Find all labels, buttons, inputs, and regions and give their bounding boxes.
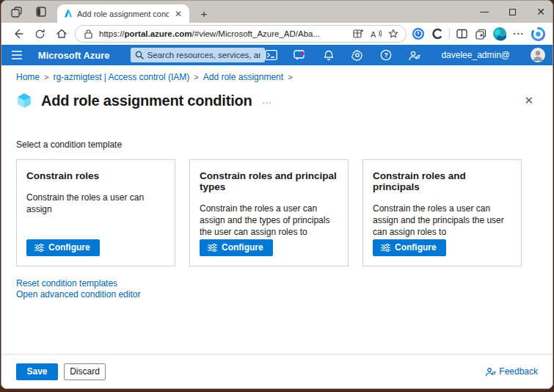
breadcrumb: Home>rg-azmigtest | Access control (IAM)… — [1, 65, 553, 82]
feedback-icon[interactable] — [408, 49, 420, 62]
azure-search-box[interactable] — [131, 48, 266, 62]
browser-tab[interactable]: Add role assignment condition - ✕ — [57, 4, 189, 23]
card-description: Constrain the roles a user can assign an… — [373, 203, 511, 239]
cube-icon — [15, 91, 34, 110]
extension-icon[interactable] — [430, 26, 445, 41]
configure-sliders-icon — [381, 244, 390, 252]
section-label: Select a condition template — [1, 110, 553, 150]
feedback-label: Feedback — [499, 366, 538, 377]
ellipsis-icon[interactable]: ... — [263, 95, 272, 106]
card-description: Constrain the roles a user can assign an… — [200, 203, 338, 239]
save-button[interactable]: Save — [16, 363, 58, 380]
home-icon[interactable] — [53, 25, 70, 43]
breadcrumb-resource[interactable]: rg-azmigtest | Access control (IAM) — [53, 72, 189, 82]
close-pane-icon[interactable]: ✕ — [520, 92, 538, 109]
hamburger-menu-icon[interactable] — [9, 51, 25, 59]
browser-toolbar: https://portal.azure.com/#view/Microsoft… — [1, 23, 553, 45]
configure-sliders-icon — [208, 244, 217, 252]
copilot-chat-icon[interactable] — [294, 49, 306, 62]
address-bar[interactable]: https://portal.azure.com/#view/Microsoft… — [75, 25, 407, 43]
breadcrumb-add-role-assignment[interactable]: Add role assignment — [203, 72, 283, 82]
read-aloud-icon[interactable]: A — [369, 28, 382, 40]
card-title: Constrain roles and principals — [373, 170, 511, 192]
window-close-button[interactable]: ✕ — [536, 6, 545, 18]
toolbar-divider — [449, 29, 450, 39]
workspaces-icon[interactable] — [10, 6, 22, 18]
search-icon — [135, 51, 144, 59]
settings-gear-icon[interactable] — [351, 49, 363, 62]
svg-text:A: A — [371, 30, 376, 39]
configure-button-label: Configure — [222, 242, 263, 253]
tab-actions-icon[interactable] — [35, 6, 47, 18]
maximize-button[interactable] — [509, 9, 516, 15]
feedback-person-icon — [485, 367, 496, 377]
split-screen-icon[interactable] — [454, 26, 469, 41]
feedback-link[interactable]: Feedback — [485, 366, 538, 377]
lock-icon[interactable] — [81, 28, 95, 40]
help-icon[interactable]: ? — [379, 49, 392, 62]
install-app-icon[interactable] — [351, 28, 365, 40]
favorite-star-icon[interactable] — [387, 28, 400, 40]
cloud-shell-icon[interactable] — [265, 49, 277, 62]
new-tab-button[interactable]: + — [197, 7, 211, 20]
more-options-icon[interactable]: ··· — [511, 26, 526, 41]
svg-text:?: ? — [384, 51, 388, 59]
configure-button-principal-types[interactable]: Configure — [200, 239, 273, 256]
tab-title: Add role assignment condition — [77, 10, 169, 18]
open-advanced-editor-link[interactable]: Open advanced condition editor — [16, 290, 538, 300]
user-avatar[interactable] — [531, 48, 545, 62]
azure-favicon — [63, 9, 73, 18]
card-description: Constrain the roles a user can assign — [26, 192, 165, 215]
browser-window: Add role assignment condition - ✕ + — ✕ … — [1, 0, 553, 389]
page-title: Add role assignment condition — [41, 92, 252, 109]
configure-button-principals[interactable]: Configure — [373, 239, 446, 256]
card-constrain-roles: Constrain roles Constrain the roles a us… — [16, 159, 175, 266]
card-title: Constrain roles — [26, 170, 165, 181]
configure-sliders-icon — [34, 244, 44, 252]
collections-icon[interactable] — [473, 26, 488, 41]
discard-button[interactable]: Discard — [64, 363, 106, 380]
url-text[interactable]: https://portal.azure.com/#view/Microsoft… — [99, 29, 347, 38]
azure-username[interactable]: davelee_admin@ — [441, 50, 510, 60]
reset-condition-templates-link[interactable]: Reset condition templates — [16, 279, 538, 289]
browser-titlebar: Add role assignment condition - ✕ + — ✕ — [1, 1, 553, 23]
configure-button-roles[interactable]: Configure — [26, 239, 100, 256]
card-constrain-roles-principals: Constrain roles and principals Constrain… — [362, 159, 522, 266]
copilot-icon[interactable] — [531, 26, 545, 41]
configure-button-label: Configure — [395, 242, 437, 253]
azure-header: Microsoft Azure ? — [1, 45, 553, 65]
browser-profile-avatar[interactable] — [492, 26, 507, 41]
card-constrain-roles-principal-types: Constrain roles and principal types Cons… — [189, 159, 349, 266]
footer-bar: Save Discard Feedback — [1, 354, 553, 388]
condition-template-cards: Constrain roles Constrain the roles a us… — [1, 150, 553, 266]
tab-close-icon[interactable]: ✕ — [173, 9, 183, 19]
search-input[interactable] — [147, 51, 261, 59]
configure-button-label: Configure — [48, 242, 90, 253]
password-extension-icon[interactable] — [411, 26, 426, 41]
azure-brand[interactable]: Microsoft Azure — [38, 50, 110, 61]
minimize-button[interactable]: — — [480, 7, 489, 17]
refresh-icon[interactable] — [31, 25, 48, 43]
portal-content: Home>rg-azmigtest | Access control (IAM)… — [1, 65, 553, 388]
card-title: Constrain roles and principal types — [200, 170, 338, 192]
breadcrumb-home[interactable]: Home — [16, 72, 40, 82]
back-icon[interactable] — [9, 25, 26, 43]
notifications-icon[interactable] — [322, 49, 335, 62]
